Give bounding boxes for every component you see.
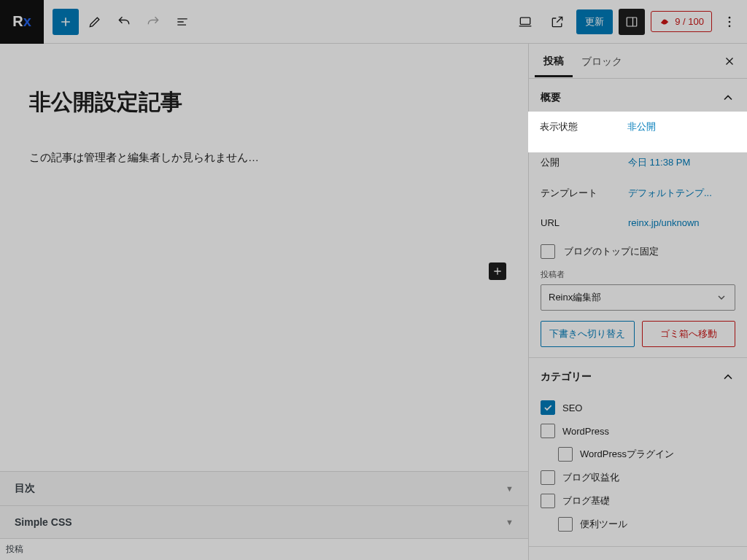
category-row: SEO bbox=[541, 396, 735, 419]
tab-block[interactable]: ブロック bbox=[573, 45, 631, 77]
author-field-label: 投稿者 bbox=[541, 269, 735, 280]
author-select[interactable]: Reinx編集部 bbox=[541, 284, 735, 311]
categories-panel-toggle[interactable]: カテゴリー bbox=[529, 358, 747, 396]
undo-button[interactable] bbox=[111, 9, 137, 35]
visibility-row: 表示状態 非公開 bbox=[541, 117, 735, 147]
template-value[interactable]: デフォルトテンプ... bbox=[628, 187, 712, 200]
seo-score-button[interactable]: 9 / 100 bbox=[651, 11, 712, 32]
category-checkbox[interactable] bbox=[541, 470, 555, 485]
publish-row: 公開 今日 11:38 PM bbox=[541, 147, 735, 178]
close-sidebar-button[interactable] bbox=[718, 50, 741, 73]
category-row: WordPressプラグイン bbox=[541, 443, 735, 466]
simplecss-label: Simple CSS bbox=[15, 516, 72, 528]
undo-icon bbox=[117, 15, 131, 29]
category-checkbox[interactable] bbox=[541, 494, 555, 508]
post-title[interactable]: 非公開設定記事 bbox=[29, 88, 499, 117]
seo-score-value: 9 / 100 bbox=[675, 16, 704, 27]
url-row: URL reinx.jp/unknown bbox=[541, 209, 735, 237]
list-icon bbox=[175, 15, 190, 29]
kebab-icon bbox=[722, 15, 737, 29]
publish-value[interactable]: 今日 11:38 PM bbox=[628, 156, 690, 169]
triangle-down-icon: ▼ bbox=[506, 518, 514, 526]
edit-tool-button[interactable] bbox=[82, 9, 108, 35]
post-body[interactable]: この記事は管理者と編集者しか見られません… bbox=[29, 151, 499, 165]
url-value[interactable]: reinx.jp/unknown bbox=[628, 217, 700, 228]
pencil-icon bbox=[88, 15, 102, 29]
external-link-icon bbox=[550, 15, 565, 29]
category-checkbox[interactable] bbox=[558, 447, 573, 462]
category-checkbox[interactable] bbox=[558, 517, 573, 532]
category-label: WordPressプラグイン bbox=[580, 448, 674, 461]
visibility-label: 表示状態 bbox=[541, 125, 628, 139]
svg-point-4 bbox=[729, 25, 731, 27]
category-row: ブログ基礎 bbox=[541, 489, 735, 513]
triangle-down-icon: ▼ bbox=[506, 484, 514, 493]
simplecss-panel-toggle[interactable]: Simple CSS ▼ bbox=[0, 505, 528, 538]
svg-rect-0 bbox=[521, 18, 530, 24]
category-checkbox[interactable] bbox=[541, 424, 555, 438]
add-block-button[interactable] bbox=[53, 9, 79, 35]
category-label: ブログ基礎 bbox=[562, 494, 610, 508]
category-label: SEO bbox=[562, 402, 582, 413]
plus-icon bbox=[58, 15, 73, 29]
document-overview-button[interactable] bbox=[169, 9, 196, 35]
categories-title: カテゴリー bbox=[541, 370, 592, 384]
template-label: テンプレート bbox=[541, 187, 628, 200]
redo-button[interactable] bbox=[140, 9, 166, 35]
svg-point-3 bbox=[729, 20, 731, 23]
category-row: WordPress bbox=[541, 419, 735, 443]
chevron-up-icon bbox=[721, 90, 735, 105]
update-button[interactable]: 更新 bbox=[576, 9, 613, 34]
tab-post[interactable]: 投稿 bbox=[535, 44, 573, 77]
preview-desktop-button[interactable] bbox=[512, 9, 538, 35]
chevron-up-icon bbox=[721, 370, 735, 384]
redo-icon bbox=[146, 15, 160, 29]
category-checkbox[interactable] bbox=[541, 400, 555, 415]
plus-icon bbox=[492, 265, 503, 277]
summary-panel-toggle[interactable]: 概要 bbox=[529, 79, 747, 117]
laptop-icon bbox=[518, 15, 533, 29]
category-label: WordPress bbox=[562, 426, 609, 437]
breadcrumb: 投稿 bbox=[0, 538, 528, 560]
score-icon bbox=[659, 17, 670, 27]
author-select-value: Reinx編集部 bbox=[549, 291, 601, 304]
svg-point-2 bbox=[729, 16, 731, 18]
url-label: URL bbox=[541, 217, 628, 228]
visibility-value[interactable]: 非公開 bbox=[628, 125, 657, 139]
category-label: ブログ収益化 bbox=[562, 471, 619, 484]
settings-panel-toggle[interactable] bbox=[619, 9, 645, 35]
publish-label: 公開 bbox=[541, 156, 628, 169]
category-label: 便利ツール bbox=[580, 518, 627, 531]
breadcrumb-post[interactable]: 投稿 bbox=[6, 544, 23, 554]
pin-to-top-checkbox[interactable] bbox=[541, 244, 555, 259]
logo-x: x bbox=[23, 13, 31, 30]
category-row: ブログ収益化 bbox=[541, 466, 735, 489]
template-row: テンプレート デフォルトテンプ... bbox=[541, 178, 735, 209]
chevron-down-icon bbox=[716, 292, 727, 303]
switch-to-draft-button[interactable]: 下書きへ切り替え bbox=[541, 321, 635, 347]
toc-panel-toggle[interactable]: 目次 ▼ bbox=[0, 471, 528, 505]
sidebar-panel-icon bbox=[624, 15, 639, 29]
move-to-trash-button[interactable]: ゴミ箱へ移動 bbox=[642, 321, 736, 347]
inline-add-block-button[interactable] bbox=[489, 262, 506, 280]
more-options-button[interactable] bbox=[718, 9, 741, 35]
site-logo[interactable]: Rx bbox=[0, 0, 44, 44]
logo-r: R bbox=[12, 13, 23, 30]
summary-title: 概要 bbox=[541, 91, 561, 104]
svg-rect-1 bbox=[627, 18, 637, 26]
view-post-button[interactable] bbox=[544, 9, 570, 35]
close-icon bbox=[723, 55, 736, 68]
toc-label: 目次 bbox=[15, 482, 35, 495]
pin-to-top-label: ブログのトップに固定 bbox=[564, 244, 659, 259]
category-row: 便利ツール bbox=[541, 513, 735, 536]
